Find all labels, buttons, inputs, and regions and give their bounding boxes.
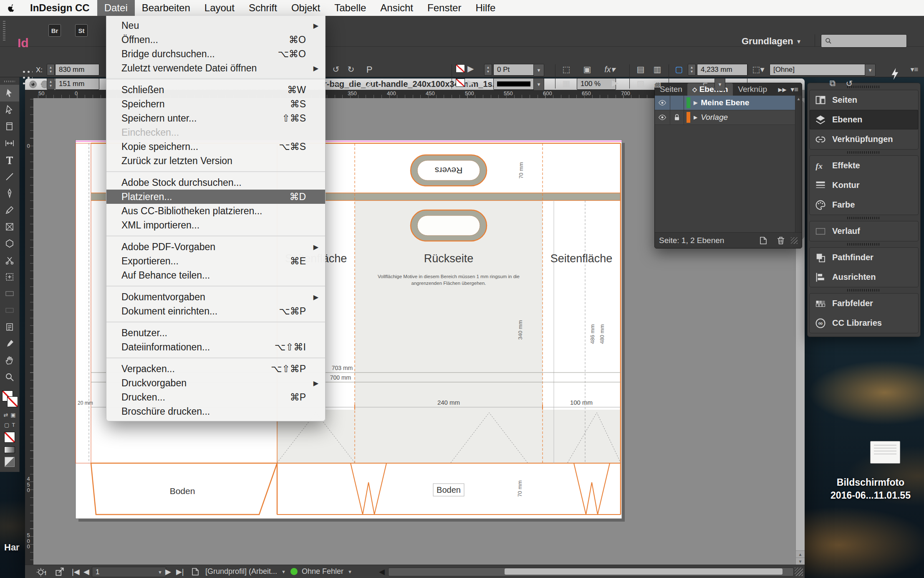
rotate-ccw-icon[interactable]: ↺ xyxy=(330,64,342,74)
zurueck-letzte-version[interactable]: Zurück zur letzten Version xyxy=(106,154,325,168)
exportieren[interactable]: Exportieren... ⌘E xyxy=(106,254,325,268)
verpacken[interactable]: Verpacken... ⌥⇧⌘P xyxy=(106,362,325,376)
delete-layer-icon[interactable] xyxy=(776,236,786,246)
drop-shadow-icon[interactable]: ▣ xyxy=(581,64,593,74)
x-stepper[interactable]: ▲▼ xyxy=(47,64,55,76)
panel-ausrichten[interactable]: Ausrichten xyxy=(810,267,918,287)
benutzer[interactable]: Benutzer... xyxy=(106,326,325,340)
panel-farbfelder[interactable]: Farbfelder xyxy=(810,294,918,313)
quick-apply-icon[interactable] xyxy=(888,65,902,84)
desktop-file-label[interactable]: Bildschirmfoto 2016-06...11.01.55 xyxy=(816,476,924,502)
scroll-up-button[interactable]: ▲ xyxy=(796,550,805,558)
rectangle-frame-tool[interactable] xyxy=(0,218,19,235)
panel-verknuepfungen[interactable]: Verknüpfungen xyxy=(810,129,918,149)
eyedropper-tool[interactable] xyxy=(0,335,19,352)
flip-v-icon[interactable]: ↕ xyxy=(345,79,357,88)
stroke-color-chip[interactable] xyxy=(7,396,18,407)
menu-ansicht[interactable]: Ansicht xyxy=(373,0,420,16)
apply-gradient-button[interactable] xyxy=(4,446,15,453)
dock-grip[interactable] xyxy=(809,84,919,90)
dock-grip[interactable] xyxy=(809,150,919,155)
rotate-cw-icon[interactable]: ↻ xyxy=(345,64,357,74)
previous-page-button[interactable]: ◀ xyxy=(83,565,89,578)
panel-pathfinder[interactable]: Pathfinder xyxy=(810,248,918,267)
broschuere-drucken[interactable]: Broschüre drucken... xyxy=(106,404,325,418)
app-name[interactable]: InDesign CC xyxy=(23,2,97,14)
dock-grip[interactable] xyxy=(809,241,919,247)
menu-tabelle[interactable]: Tabelle xyxy=(327,0,373,16)
bridge-durchsuchen[interactable]: Bridge durchsuchen... ⌥⌘O xyxy=(106,47,325,61)
stroke-weight-menu[interactable]: ▼ xyxy=(533,64,544,76)
corner-shape-icon[interactable]: ⌐ xyxy=(698,79,713,88)
panel-ebenen[interactable]: Ebenen xyxy=(810,110,918,129)
toolbox-grip[interactable] xyxy=(4,79,15,84)
x-field[interactable]: 830 mm xyxy=(55,64,99,76)
menu-objekt[interactable]: Objekt xyxy=(284,0,327,16)
export-icon[interactable] xyxy=(54,565,65,578)
hand-tool[interactable] xyxy=(0,352,19,369)
shape-tool[interactable] xyxy=(0,235,19,252)
opacity-flyout[interactable]: ▶ xyxy=(612,78,618,88)
scissors-tool[interactable] xyxy=(0,252,19,269)
panel-flyout-menu-icon[interactable]: ▾≡ xyxy=(791,85,798,94)
adobe-stock[interactable]: Adobe Stock durchsuchen... xyxy=(106,175,325,190)
vertical-ruler[interactable]: 0450500 xyxy=(25,98,34,565)
speichern-unter[interactable]: Speichern unter... ⇧⌘S xyxy=(106,111,325,125)
direct-selection-tool[interactable] xyxy=(0,101,19,118)
dock-grip[interactable] xyxy=(809,215,919,221)
panel-verlauf[interactable]: Verlauf xyxy=(810,221,918,241)
expand-panel-icon[interactable]: ▶▶ xyxy=(778,86,787,93)
panel-seiten[interactable]: Seiten xyxy=(810,90,918,110)
apply-color-button[interactable] xyxy=(4,432,15,443)
panel-farbe[interactable]: Farbe xyxy=(810,195,918,215)
druckvorgaben[interactable]: Druckvorgaben ▶ xyxy=(106,376,325,390)
text-wrap-box-icon[interactable]: ▥ xyxy=(651,64,664,74)
zuletzt-verwendet[interactable]: Zuletzt verwendete Datei öffnen ▶ xyxy=(106,61,325,75)
stroke-weight-field[interactable]: 0 Pt xyxy=(493,64,539,76)
preflight-profile-dropdown[interactable]: [Grundprofil] (Arbeit...▼ xyxy=(205,565,286,578)
eye-icon[interactable] xyxy=(655,110,670,124)
text-wrap-jump-icon[interactable]: ▨ xyxy=(651,79,664,89)
last-page-button[interactable]: ▶| xyxy=(176,565,184,578)
layer-row[interactable]: Meine Ebene xyxy=(655,96,802,110)
formatting-container-icon[interactable]: ▢ xyxy=(4,422,9,428)
preflight-icon[interactable] xyxy=(37,565,48,578)
object-style-menu[interactable]: ▼ xyxy=(865,64,876,76)
layer-expander[interactable] xyxy=(694,114,697,120)
workspace-switcher[interactable]: Grundlagen▾ xyxy=(742,36,800,47)
pdf-vorgaben[interactable]: Adobe PDF-Vorgaben ▶ xyxy=(106,240,325,254)
y-stepper[interactable]: ▲▼ xyxy=(47,78,55,90)
revert-icon[interactable]: ↺ xyxy=(843,79,856,89)
menu-bearbeiten[interactable]: Bearbeiten xyxy=(135,0,197,16)
cc-bibliotheken-platzieren[interactable]: Aus CC-Bibliotheken platzieren... xyxy=(106,204,325,218)
menu-schrift[interactable]: Schrift xyxy=(242,0,284,16)
lock-icon[interactable] xyxy=(670,96,684,110)
error-status-dropdown[interactable]: Ohne Fehler▼ xyxy=(290,565,352,578)
corner-radius-field[interactable]: 4,233 mm xyxy=(697,64,748,76)
fx-menu[interactable]: fx▾ xyxy=(603,64,617,74)
pencil-tool[interactable] xyxy=(0,202,19,218)
scroll-down-button[interactable]: ▼ xyxy=(796,558,805,565)
object-style-field[interactable]: [Ohne] xyxy=(770,64,871,76)
lock-icon[interactable] xyxy=(670,110,684,124)
platzieren[interactable]: Platzieren... ⌘D xyxy=(106,190,325,204)
y-field[interactable]: 151 mm xyxy=(55,78,99,90)
gradient-tool[interactable] xyxy=(0,285,19,302)
panel-kontur[interactable]: Kontur xyxy=(810,175,918,195)
zoom-tool[interactable] xyxy=(0,369,19,385)
layers-scrollbar[interactable]: ▲ xyxy=(795,96,802,232)
reference-point-grid[interactable] xyxy=(21,68,33,84)
dokumentvorgaben[interactable]: Dokumentvorgaben ▶ xyxy=(106,290,325,304)
fill-stroke-controls[interactable] xyxy=(1,390,18,408)
gap-tool[interactable] xyxy=(0,135,19,152)
oeffnen[interactable]: Öffnen... ⌘O xyxy=(106,33,325,47)
page-tool[interactable] xyxy=(0,118,19,135)
fill-indicator[interactable] xyxy=(456,64,465,73)
page-number-dropdown[interactable]: 1▼ xyxy=(92,567,166,577)
menu-datei[interactable]: Datei xyxy=(97,0,135,16)
corner-radius-stepper[interactable]: ▲▼ xyxy=(688,64,696,76)
gradient-feather-tool[interactable] xyxy=(0,302,19,319)
dateiinformationen[interactable]: Dateiinformationen... ⌥⇧⌘I xyxy=(106,340,325,354)
swap-fill-stroke-icon[interactable]: ⇄ xyxy=(3,412,8,418)
neu[interactable]: Neu ▶ xyxy=(106,18,325,33)
